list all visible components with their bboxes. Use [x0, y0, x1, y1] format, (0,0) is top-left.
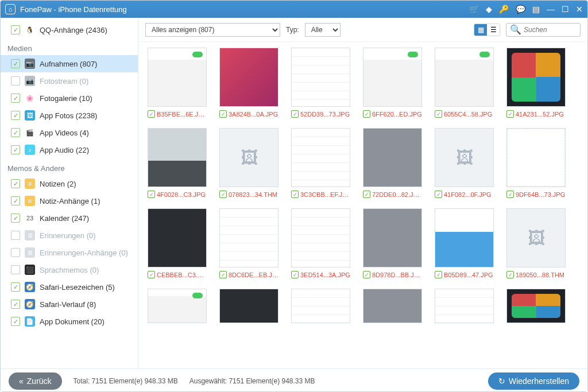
checkbox-icon[interactable]: ✓ — [363, 110, 370, 118]
back-button[interactable]: « Zurück — [9, 372, 62, 390]
thumbnail-cell[interactable]: ✓8DC6DE...EB.JPG — [219, 208, 278, 278]
sidebar-item[interactable]: ✓≡Notiz-Anhänge (1) — [1, 192, 138, 209]
sidebar-item[interactable]: ✓🎬App Videos (4) — [1, 124, 138, 141]
thumbnail-image[interactable] — [148, 128, 207, 187]
checkbox-icon[interactable]: ✓ — [435, 110, 442, 118]
checkbox-icon[interactable]: ✓ — [11, 317, 20, 326]
type-select[interactable]: Alle — [305, 23, 341, 37]
menu-icon[interactable]: ▤ — [532, 5, 540, 13]
thumbnail-image[interactable] — [363, 128, 422, 187]
checkbox-icon[interactable]: ✓ — [11, 231, 20, 240]
sidebar-item[interactable]: ✓≣Erinnerungen-Anhänge (0) — [1, 244, 138, 261]
thumbnail-cell[interactable]: 🖼✓41F082...0F.JPG — [435, 128, 494, 198]
thumbnail-image[interactable] — [291, 128, 350, 187]
checkbox-icon[interactable]: ✓ — [219, 191, 227, 198]
key-icon[interactable]: 🔑 — [499, 5, 509, 13]
checkbox-icon[interactable]: ✓ — [148, 191, 155, 198]
checkbox-icon[interactable]: ✓ — [11, 300, 20, 309]
checkbox-icon[interactable]: ✓ — [11, 248, 20, 257]
sidebar-item[interactable]: ✓🌸Fotogalerie (10) — [1, 90, 138, 107]
cart-icon[interactable]: 🛒 — [469, 5, 479, 13]
thumbnail-cell[interactable]: ✓8D978D...BB.JPG — [363, 208, 422, 278]
sidebar-item[interactable]: ✓⬛Sprachmemos (0) — [1, 261, 138, 278]
checkbox-icon[interactable]: ✓ — [506, 271, 514, 278]
thumbnail-image[interactable] — [506, 48, 566, 107]
sidebar-item[interactable]: ✓📄App Dokument (20) — [1, 313, 138, 330]
checkbox-icon[interactable]: ✓ — [11, 25, 20, 34]
filter-select[interactable]: Alles anzeigen (807) — [145, 23, 280, 37]
checkbox-icon[interactable]: ✓ — [219, 110, 227, 118]
thumbnail-image[interactable] — [291, 48, 350, 107]
thumbnail-cell[interactable]: ✓B35FBE...6E.JPG — [148, 48, 207, 118]
thumbnail-image[interactable] — [506, 128, 566, 187]
search-box[interactable]: 🔍 — [506, 23, 581, 37]
grid-view-icon[interactable]: ▦ — [474, 24, 487, 36]
thumbnail-image[interactable] — [435, 289, 494, 323]
checkbox-icon[interactable]: ✓ — [11, 265, 20, 274]
checkbox-icon[interactable]: ✓ — [219, 271, 227, 278]
thumbnail-cell[interactable]: ✓4F0028...C3.JPG — [148, 128, 207, 198]
checkbox-icon[interactable]: ✓ — [11, 111, 20, 120]
maximize-icon[interactable]: ☐ — [562, 5, 569, 13]
thumbnail-cell[interactable]: ✓6055C4...58.JPG — [435, 48, 494, 118]
thumbnail-cell[interactable]: ✓B05D89...47.JPG — [435, 208, 494, 278]
checkbox-icon[interactable]: ✓ — [11, 179, 20, 188]
minimize-icon[interactable]: — — [547, 5, 555, 13]
thumbnail-cell[interactable]: ✓3A824B...0A.JPG — [219, 48, 278, 118]
checkbox-icon[interactable]: ✓ — [11, 94, 20, 103]
checkbox-icon[interactable]: ✓ — [11, 59, 20, 68]
thumbnail-image[interactable] — [435, 208, 494, 267]
checkbox-icon[interactable]: ✓ — [11, 76, 20, 86]
checkbox-icon[interactable]: ✓ — [435, 271, 442, 278]
thumbnail-cell[interactable] — [435, 289, 494, 323]
thumbnail-cell[interactable]: 🖼✓078823...34.THM — [219, 128, 278, 198]
thumbnail-cell[interactable]: ✓3ED514...3A.JPG — [291, 208, 350, 278]
sidebar-item[interactable]: ✓≡Notizen (2) — [1, 175, 138, 192]
checkbox-icon[interactable]: ✓ — [148, 271, 155, 278]
thumbnail-image[interactable] — [291, 208, 350, 267]
thumbnail-cell[interactable]: 🖼✓189050...88.THM — [506, 208, 566, 278]
diamond-icon[interactable]: ◆ — [486, 5, 492, 13]
thumbnail-image[interactable] — [219, 289, 278, 323]
checkbox-icon[interactable]: ✓ — [506, 110, 514, 118]
sidebar-item[interactable]: ✓📷Aufnahmen (807) — [1, 55, 138, 72]
checkbox-icon[interactable]: ✓ — [11, 145, 20, 154]
sidebar-item[interactable]: ✓🐧QQ-Anhänge (2436) — [1, 21, 138, 38]
thumbnail-image[interactable] — [363, 208, 422, 267]
thumbnail-image[interactable] — [291, 289, 350, 323]
list-view-icon[interactable]: ☰ — [487, 24, 500, 36]
checkbox-icon[interactable]: ✓ — [11, 196, 20, 205]
thumbnail-cell[interactable] — [291, 289, 350, 323]
sidebar-item[interactable]: ✓🧭Safari-Lesezeichen (5) — [1, 278, 138, 296]
thumbnail-image[interactable] — [435, 48, 494, 107]
thumbnail-image[interactable]: 🖼 — [506, 208, 566, 267]
close-icon[interactable]: ✕ — [576, 5, 583, 13]
thumbnail-cell[interactable]: ✓CEBBEB...C3.JPG — [148, 208, 207, 278]
sidebar-item[interactable]: ✓♪App Audio (22) — [1, 141, 138, 158]
checkbox-icon[interactable]: ✓ — [435, 191, 442, 198]
sidebar-item[interactable]: ✓≣Erinnerungen (0) — [1, 227, 138, 244]
sidebar-item[interactable]: ✓🖼App Fotos (2238) — [1, 107, 138, 124]
thumbnail-image[interactable] — [363, 48, 422, 107]
thumbnail-image[interactable] — [148, 48, 207, 107]
thumbnail-cell[interactable]: ✓3C3CBB...EF.JPG — [291, 128, 350, 198]
thumbnail-cell[interactable] — [506, 289, 566, 323]
thumbnail-image[interactable] — [148, 208, 207, 267]
thumbnail-image[interactable]: 🖼 — [435, 128, 494, 187]
checkbox-icon[interactable]: ✓ — [11, 128, 20, 137]
thumbnail-image[interactable] — [148, 289, 207, 323]
thumbnail-image[interactable] — [363, 289, 422, 323]
sidebar-item[interactable]: ✓📷Fotostream (0) — [1, 72, 138, 90]
checkbox-icon[interactable]: ✓ — [291, 191, 299, 198]
thumbnail-cell[interactable]: ✓52DD39...73.JPG — [291, 48, 350, 118]
checkbox-icon[interactable]: ✓ — [291, 110, 299, 118]
checkbox-icon[interactable]: ✓ — [506, 191, 514, 198]
checkbox-icon[interactable]: ✓ — [291, 271, 299, 278]
thumbnail-cell[interactable]: ✓72DDE0...82.JPG — [363, 128, 422, 198]
checkbox-icon[interactable]: ✓ — [11, 282, 20, 292]
checkbox-icon[interactable]: ✓ — [148, 110, 155, 118]
checkbox-icon[interactable]: ✓ — [363, 271, 370, 278]
thumbnail-cell[interactable]: ✓9DF64B...73.JPG — [506, 128, 566, 198]
checkbox-icon[interactable]: ✓ — [11, 214, 20, 223]
thumbnail-cell[interactable] — [148, 289, 207, 323]
